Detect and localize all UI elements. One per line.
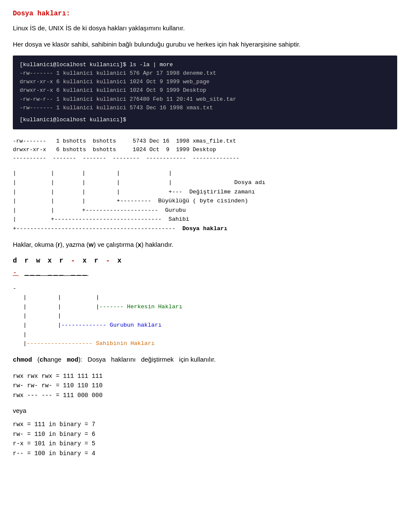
chmod-keyword: chmod <box>13 357 32 364</box>
perm-char-minus2: - <box>106 257 117 265</box>
binary-line-3: r-x = 101 in binary = 5 <box>13 440 95 447</box>
terminal-prompt-2: [kullanici@localhost kullanıcı]$ <box>20 116 390 124</box>
terminal-line-4: -rw-rw-r-- 1 kullanici kullanici 276480 … <box>20 95 390 104</box>
terminal-prompt-1: [kullanici@localhost kullanıcı]$ ls -la … <box>20 61 390 69</box>
perm-char-d: d <box>13 257 24 265</box>
perm-chars-row: d r w x r - x r - x <box>13 256 397 266</box>
terminal-line-1: -rw------- 1 kullanici kullanici 576 Apr… <box>20 69 390 78</box>
chmod-mod: mod <box>67 357 78 364</box>
terminal-line-5: -rw------- 1 kullanici kullanici 5743 De… <box>20 104 390 112</box>
perm-char-r1: r <box>24 257 36 265</box>
sahibinin-label: ------------------- Sahibinin Hakları <box>26 340 155 347</box>
perm-char-x1: x <box>48 257 59 265</box>
perm-char-x3: x <box>117 257 123 265</box>
listing-line-1: -rw------- 1 bshotts bshotts 5743 Dec 16… <box>13 138 236 144</box>
underline-rwx2: ___ <box>48 269 71 277</box>
terminal-line-3: drwxr-xr-x 6 kullanici kullanici 1024 Oc… <box>20 86 390 95</box>
chmod-section: chmod (change mod): Dosya haklarını deği… <box>13 354 397 365</box>
haklar-text: Haklar, okuma (r), yazma (w) ve çalıştır… <box>13 240 397 250</box>
code-line-3: rwx --- --- = 111 000 000 <box>13 392 102 399</box>
perm-underline-row: - ​___ ___ ___ <box>13 268 397 278</box>
perm-char-r3: r <box>94 257 105 265</box>
binary-line-1: rwx = 111 in binary = 7 <box>13 421 95 428</box>
code-line-1: rwx rwx rwx = 111 111 111 <box>13 373 102 380</box>
gurubun-label: ------------- Gurubun hakları <box>61 322 161 328</box>
listing-line-2: drwxr-xr-x 6 bshotts bshotts 1024 Oct 9 … <box>13 146 216 153</box>
terminal-line-2: drwxr-xr-x 6 kullanici kullanici 1024 Oc… <box>20 78 390 86</box>
sahibi-label: Sahibi <box>169 216 190 222</box>
perm-arrows-diagram: - ​ | | | | | |------- Herkesin Hakları … <box>13 284 397 348</box>
perm-char-w1: w <box>36 257 47 265</box>
dosya-haklari-label: Dosya hakları <box>182 225 227 232</box>
separator-line: ---------- ------- ------- -------- ----… <box>13 155 240 161</box>
perm-char-x2: x <box>82 257 94 265</box>
binary-line-2: rw- = 110 in binary = 6 <box>13 431 95 438</box>
listing-section: -rw------- 1 bshotts bshotts 5743 Dec 16… <box>13 137 397 163</box>
herkesin-label: ------- Herkesin Hakları <box>100 304 182 310</box>
veya-text: veya <box>13 406 397 416</box>
binary-examples-block: rwx = 111 in binary = 7 rw- = 110 in bin… <box>13 420 397 458</box>
gurubu-label: Gurubu <box>165 207 186 213</box>
code-line-2: rw- rw- rw- = 110 110 110 <box>13 382 102 389</box>
underline-rwx1: ___ <box>24 269 47 277</box>
underline-rwx3: ___ <box>71 269 88 277</box>
chmod-change: ch <box>40 357 47 364</box>
binary-line-4: r-- = 100 in binary = 4 <box>13 450 95 457</box>
tree-diagram: | | | | | | | | | | Dosya adı | | | | +-… <box>13 169 397 233</box>
underline-dash: - <box>13 269 19 277</box>
intro-paragraph-1: Linux İS de, UNIX İS de ki dosya hakları… <box>13 23 397 33</box>
degistirilme-label: Değiştirilme zamanı <box>189 189 255 195</box>
page-title: Dosya hakları: <box>13 9 397 19</box>
buyukluk-label: Büyüklüğü ( byte cisinden) <box>158 198 248 204</box>
terminal-block: [kullanici@localhost kullanıcı]$ ls -la … <box>13 56 397 129</box>
perm-char-r2: r <box>59 257 71 265</box>
intro-paragraph-2: Her dosya ve klasör sahibi, sahibinin ba… <box>13 39 397 50</box>
perm-char-minus1: - <box>71 257 82 265</box>
code-examples-block: rwx rwx rwx = 111 111 111 rw- rw- rw- = … <box>13 371 397 400</box>
dosya-adi-label: Dosya adı <box>234 179 265 186</box>
